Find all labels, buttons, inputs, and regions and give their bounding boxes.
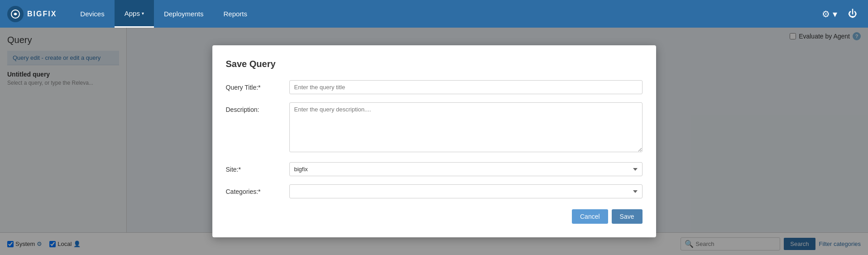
categories-control — [289, 184, 643, 198]
nav-devices[interactable]: Devices — [70, 0, 114, 28]
apps-caret-icon: ▾ — [142, 11, 144, 16]
save-query-modal: Save Query Query Title:* Description: Si… — [212, 45, 656, 237]
modal-footer: Cancel Save — [226, 209, 643, 224]
logo-icon[interactable] — [7, 6, 24, 22]
description-label: Description: — [226, 102, 289, 113]
navbar: BIGFIX Devices Apps ▾ Deployments Report… — [0, 0, 868, 28]
modal-overlay: Save Query Query Title:* Description: Si… — [0, 28, 868, 255]
save-button[interactable]: Save — [612, 209, 643, 224]
site-select[interactable]: bigfix — [289, 162, 643, 176]
categories-select[interactable] — [289, 184, 643, 198]
categories-label: Categories:* — [226, 184, 289, 195]
nav-deployments[interactable]: Deployments — [154, 0, 214, 28]
power-button[interactable]: ⏻ — [844, 7, 861, 21]
main-nav: Devices Apps ▾ Deployments Reports — [70, 0, 257, 28]
main-area: Query Query edit - create or edit a quer… — [0, 28, 868, 255]
query-title-row: Query Title:* — [226, 80, 643, 94]
brand-name: BIGFIX — [27, 10, 57, 18]
nav-apps[interactable]: Apps ▾ — [115, 0, 154, 28]
site-row: Site:* bigfix — [226, 162, 643, 176]
description-control — [289, 102, 643, 154]
nav-reports[interactable]: Reports — [213, 0, 257, 28]
query-title-label: Query Title:* — [226, 80, 289, 91]
description-textarea[interactable] — [289, 102, 643, 152]
modal-title: Save Query — [226, 59, 643, 69]
cancel-button[interactable]: Cancel — [572, 209, 608, 224]
brand: BIGFIX — [7, 6, 57, 22]
site-control: bigfix — [289, 162, 643, 176]
settings-button[interactable]: ⚙ ▾ — [818, 7, 841, 21]
categories-row: Categories:* — [226, 184, 643, 198]
description-row: Description: — [226, 102, 643, 154]
site-label: Site:* — [226, 162, 289, 173]
navbar-right: ⚙ ▾ ⏻ — [818, 7, 861, 21]
query-title-control — [289, 80, 643, 94]
query-title-input[interactable] — [289, 80, 643, 94]
